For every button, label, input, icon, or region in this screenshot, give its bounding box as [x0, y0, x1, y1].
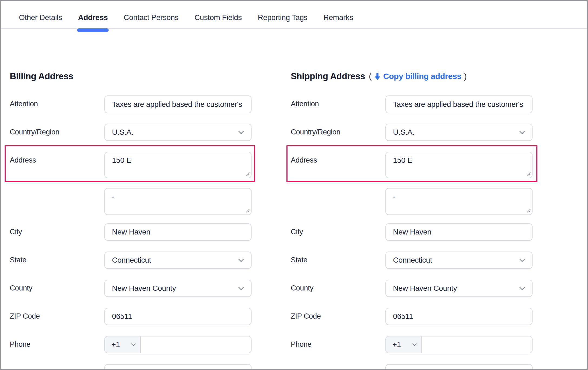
chevron-down-icon — [519, 259, 525, 262]
billing-address-title: Billing Address — [10, 71, 73, 81]
shipping-address-label: Address — [291, 152, 385, 178]
shipping-state-select[interactable]: Connecticut — [385, 252, 533, 269]
shipping-fax-label: Fax Number — [291, 364, 385, 370]
billing-zip-label: ZIP Code — [10, 308, 104, 325]
resize-handle-icon[interactable] — [525, 170, 531, 176]
billing-zip-row: ZIP Code — [10, 308, 264, 325]
billing-phone-field: +1 — [104, 336, 252, 353]
billing-phone-input[interactable] — [141, 336, 251, 353]
tab-bar: Other Details Address Contact Persons Cu… — [1, 1, 587, 29]
resize-handle-icon[interactable] — [525, 207, 531, 213]
paren-open: ( — [369, 72, 372, 81]
shipping-address2-row: - — [291, 188, 545, 215]
billing-attention-input[interactable] — [104, 95, 252, 113]
billing-attention-row: Attention — [10, 95, 264, 113]
billing-state-row: State Connecticut — [10, 252, 264, 269]
shipping-state-label: State — [291, 252, 385, 269]
shipping-country-row: Country/Region U.S.A. — [291, 124, 545, 141]
chevron-down-icon — [131, 343, 136, 346]
billing-address2-label — [10, 188, 104, 215]
billing-city-input[interactable] — [104, 223, 252, 241]
shipping-address-row: Address 150 E — [291, 152, 545, 178]
chevron-down-icon — [238, 131, 244, 134]
billing-county-row: County New Haven County — [10, 280, 264, 297]
shipping-county-label: County — [291, 280, 385, 297]
chevron-down-icon — [519, 131, 525, 134]
billing-state-label: State — [10, 252, 104, 269]
billing-address-label: Address — [10, 152, 104, 178]
shipping-zip-row: ZIP Code — [291, 308, 545, 325]
arrow-down-icon — [374, 73, 381, 80]
shipping-attention-row: Attention — [291, 95, 545, 113]
billing-address-line2-textarea[interactable]: - — [104, 188, 252, 215]
shipping-zip-label: ZIP Code — [291, 308, 385, 325]
shipping-address-title: Shipping Address — [291, 71, 365, 81]
shipping-address2-label — [291, 188, 385, 215]
shipping-phone-country-code-select[interactable]: +1 — [386, 336, 422, 353]
paren-close: ) — [464, 72, 467, 81]
billing-address2-row: - — [10, 188, 264, 215]
chevron-down-icon — [238, 259, 244, 262]
copy-billing-address-link[interactable]: Copy billing address — [374, 72, 461, 81]
shipping-address-section: Shipping Address ( Copy billing address … — [291, 67, 545, 370]
tab-remarks[interactable]: Remarks — [323, 7, 353, 28]
shipping-city-row: City — [291, 223, 545, 241]
billing-phone-label: Phone — [10, 336, 104, 353]
shipping-address-line2-textarea[interactable]: - — [385, 188, 533, 215]
shipping-phone-field: +1 — [385, 336, 533, 353]
billing-address-section: Billing Address Attention Country/Region… — [10, 67, 264, 370]
tab-contact-persons[interactable]: Contact Persons — [124, 7, 179, 28]
billing-phone-row: Phone +1 — [10, 336, 264, 353]
billing-city-label: City — [10, 223, 104, 241]
billing-attention-label: Attention — [10, 95, 104, 113]
shipping-address-street-textarea[interactable]: 150 E — [385, 152, 533, 178]
resize-handle-icon[interactable] — [244, 170, 250, 176]
shipping-phone-input[interactable] — [422, 336, 532, 353]
shipping-fax-input[interactable] — [385, 364, 533, 370]
resize-handle-icon[interactable] — [244, 207, 250, 213]
chevron-down-icon — [519, 287, 525, 290]
shipping-attention-input[interactable] — [385, 95, 533, 113]
tab-address[interactable]: Address — [78, 7, 108, 28]
billing-address-street-textarea[interactable]: 150 E — [104, 152, 252, 178]
shipping-county-select[interactable]: New Haven County — [385, 280, 533, 297]
billing-fax-label: Fax Number — [10, 364, 104, 370]
billing-county-select[interactable]: New Haven County — [104, 280, 252, 297]
shipping-country-select[interactable]: U.S.A. — [385, 124, 533, 141]
billing-country-row: Country/Region U.S.A. — [10, 124, 264, 141]
billing-state-select[interactable]: Connecticut — [104, 252, 252, 269]
customer-address-form: Other Details Address Contact Persons Cu… — [0, 0, 588, 370]
chevron-down-icon — [238, 287, 244, 290]
shipping-phone-label: Phone — [291, 336, 385, 353]
shipping-fax-row: Fax Number — [291, 364, 545, 370]
billing-country-select[interactable]: U.S.A. — [104, 124, 252, 141]
billing-fax-row: Fax Number — [10, 364, 264, 370]
tab-other-details[interactable]: Other Details — [19, 7, 62, 28]
shipping-country-label: Country/Region — [291, 124, 385, 141]
shipping-city-label: City — [291, 223, 385, 241]
shipping-county-row: County New Haven County — [291, 280, 545, 297]
billing-phone-country-code-select[interactable]: +1 — [105, 336, 141, 353]
billing-address-row: Address 150 E — [10, 152, 264, 178]
billing-country-label: Country/Region — [10, 124, 104, 141]
billing-fax-input[interactable] — [104, 364, 252, 370]
shipping-phone-row: Phone +1 — [291, 336, 545, 353]
shipping-state-row: State Connecticut — [291, 252, 545, 269]
chevron-down-icon — [412, 343, 417, 346]
active-tab-underline — [77, 28, 109, 32]
billing-city-row: City — [10, 223, 264, 241]
billing-zip-input[interactable] — [104, 308, 252, 325]
tab-custom-fields[interactable]: Custom Fields — [194, 7, 242, 28]
shipping-attention-label: Attention — [291, 95, 385, 113]
shipping-zip-input[interactable] — [385, 308, 533, 325]
billing-county-label: County — [10, 280, 104, 297]
tab-reporting-tags[interactable]: Reporting Tags — [258, 7, 308, 28]
shipping-city-input[interactable] — [385, 223, 533, 241]
